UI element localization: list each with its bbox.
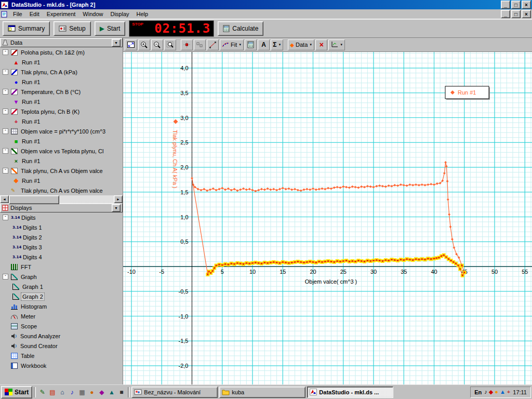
- calculate-button[interactable]: Calculate: [218, 21, 263, 36]
- fit-menu-button[interactable]: Fit ▼: [220, 39, 244, 50]
- child-window-icon[interactable]: [1, 11, 8, 18]
- data-source-child-item[interactable]: ▲Run #1: [0, 57, 123, 67]
- zoom-out-button[interactable]: [151, 39, 163, 50]
- data-source-item[interactable]: -Tlak plynu, Ch A (kPa): [0, 67, 123, 77]
- scroll-right-button[interactable]: ►: [114, 195, 123, 203]
- statistics-button[interactable]: Σ ▼: [271, 39, 283, 50]
- data-source-child-item[interactable]: ●Run #1: [0, 77, 123, 87]
- display-item[interactable]: Meter: [0, 311, 123, 321]
- tree-expander-icon[interactable]: -: [3, 274, 8, 280]
- task-folder[interactable]: kuba: [219, 387, 305, 398]
- annotation-button[interactable]: [194, 39, 206, 50]
- quicklaunch-1-icon[interactable]: ✎: [37, 387, 47, 397]
- display-child-item[interactable]: 3.14Digits 3: [0, 242, 123, 252]
- data-source-item[interactable]: -Poloha pistu, Ch 1&2 (m): [0, 47, 123, 57]
- display-child-item[interactable]: Graph 2: [0, 291, 123, 301]
- data-source-child-item[interactable]: ▼Run #1: [0, 97, 123, 107]
- data-source-item[interactable]: -Teplota plynu, Ch B (K): [0, 107, 123, 116]
- data-panel-menu-button[interactable]: ▼: [112, 39, 121, 47]
- quicklaunch-5-icon[interactable]: ▦: [77, 387, 87, 397]
- display-child-item[interactable]: 3.14Digits 2: [0, 232, 123, 242]
- data-source-item[interactable]: ✎Tlak plynu, Ch A vs Objem valce: [0, 185, 123, 195]
- display-item[interactable]: -3.14Digits: [0, 212, 123, 222]
- display-child-item[interactable]: 3.14Digits 1: [0, 222, 123, 232]
- horizontal-scrollbar[interactable]: ◄ ►: [0, 195, 123, 203]
- quicklaunch-3-icon[interactable]: ⌂: [57, 387, 67, 397]
- displays-panel-menu-button[interactable]: ▼: [112, 204, 121, 212]
- display-item[interactable]: Sound Analyzer: [0, 331, 123, 341]
- data-source-child-item[interactable]: ×Run #1: [0, 156, 123, 166]
- quicklaunch-9-icon[interactable]: ■: [116, 387, 126, 397]
- task-datastudio[interactable]: DataStudio - mkl.ds ...: [307, 387, 393, 398]
- graph-options-button[interactable]: ▼: [328, 39, 345, 50]
- data-source-child-item[interactable]: +Run #1: [0, 116, 123, 126]
- restore-button[interactable]: □: [511, 1, 521, 9]
- zoom-select-button[interactable]: [164, 39, 176, 50]
- display-item[interactable]: Workbook: [0, 361, 123, 370]
- quicklaunch-2-icon[interactable]: ▤: [47, 387, 57, 397]
- close-button[interactable]: ×: [522, 1, 531, 9]
- tree-expander-icon[interactable]: -: [3, 49, 8, 55]
- tree-expander-icon[interactable]: -: [3, 148, 8, 154]
- data-menu-button[interactable]: ◆ Data ▼: [288, 39, 314, 50]
- data-source-item[interactable]: -Objem valce vs Teplota plynu, Cl: [0, 146, 123, 156]
- scrollbar-thumb[interactable]: [9, 195, 59, 204]
- quicklaunch-4-icon[interactable]: ♪: [67, 387, 77, 397]
- language-indicator[interactable]: En: [474, 389, 482, 395]
- tree-expander-icon[interactable]: -: [3, 128, 8, 134]
- display-item[interactable]: Sound Creator: [0, 341, 123, 351]
- display-item[interactable]: Table: [0, 351, 123, 361]
- minimize-button[interactable]: _: [501, 1, 510, 9]
- start-button-toolbar[interactable]: ▶ Start: [95, 21, 126, 36]
- child-close-button[interactable]: ×: [522, 10, 531, 18]
- delete-button[interactable]: ×: [315, 39, 327, 50]
- display-child-item[interactable]: Graph 1: [0, 282, 123, 291]
- tray-tray-yellow-icon[interactable]: ●: [495, 389, 498, 395]
- start-button[interactable]: Start: [1, 386, 32, 398]
- tray-tray-plus-icon[interactable]: +: [507, 389, 510, 395]
- tree-expander-icon[interactable]: -: [3, 168, 8, 174]
- child-minimize-button[interactable]: _: [501, 10, 510, 18]
- display-item[interactable]: -Graph: [0, 272, 123, 282]
- quicklaunch-8-icon[interactable]: ▲: [107, 387, 116, 397]
- slope-tool-button[interactable]: [207, 39, 219, 50]
- display-item[interactable]: FFT: [0, 262, 123, 272]
- tray-tray-red-icon[interactable]: ◆: [489, 389, 493, 395]
- menu-experiment[interactable]: Experiment: [43, 10, 79, 18]
- graph-canvas[interactable]: -10-55101520253035404550554,03,53,02,52,…: [123, 52, 532, 384]
- child-restore-button[interactable]: □: [511, 10, 521, 18]
- menu-file[interactable]: File: [9, 10, 26, 18]
- scale-to-fit-button[interactable]: [125, 39, 137, 50]
- menu-display[interactable]: Display: [107, 10, 132, 18]
- graph-calculator-button[interactable]: [245, 39, 257, 50]
- tray-tray-blue-icon[interactable]: ▲: [500, 389, 506, 395]
- display-child-item[interactable]: 3.14Digits 4: [0, 252, 123, 262]
- tree-expander-icon[interactable]: -: [3, 69, 8, 75]
- data-source-item[interactable]: -Tlak plynu, Ch A vs Objem valce: [0, 166, 123, 176]
- zoom-in-button[interactable]: [138, 39, 150, 50]
- menu-edit[interactable]: Edit: [26, 10, 43, 18]
- menu-window[interactable]: Window: [79, 10, 107, 18]
- tree-expander-icon[interactable]: -: [3, 215, 8, 220]
- task-paint[interactable]: Bez_názvu - Malování: [131, 387, 218, 398]
- data-source-child-item[interactable]: ■Run #1: [0, 136, 123, 146]
- quicklaunch-7-icon[interactable]: ◆: [97, 387, 107, 397]
- data-source-child-item[interactable]: ◆Run #1: [0, 176, 123, 185]
- display-item[interactable]: Scope: [0, 321, 123, 331]
- app-icon[interactable]: [1, 2, 8, 8]
- data-source-item[interactable]: -Objem valce = pi*r*r*y*100 (cm^3: [0, 126, 123, 136]
- display-item[interactable]: Histogram: [0, 301, 123, 311]
- text-annotation-button[interactable]: A: [258, 39, 270, 50]
- scrollbar-track[interactable]: [9, 195, 114, 203]
- summary-button[interactable]: Summary: [3, 21, 50, 36]
- menu-help[interactable]: Help: [133, 10, 152, 18]
- quicklaunch-6-icon[interactable]: ●: [87, 387, 97, 397]
- setup-button[interactable]: Setup: [54, 21, 90, 36]
- graph-display[interactable]: -10-55101520253035404550554,03,53,02,52,…: [123, 52, 532, 384]
- data-source-item[interactable]: -Temperature, Ch B (°C): [0, 87, 123, 97]
- tree-expander-icon[interactable]: -: [3, 89, 8, 95]
- scroll-left-button[interactable]: ◄: [0, 195, 9, 203]
- tray-volume-icon[interactable]: ♪: [484, 389, 487, 395]
- tree-expander-icon[interactable]: -: [3, 109, 8, 114]
- smart-tool-button[interactable]: [181, 39, 193, 50]
